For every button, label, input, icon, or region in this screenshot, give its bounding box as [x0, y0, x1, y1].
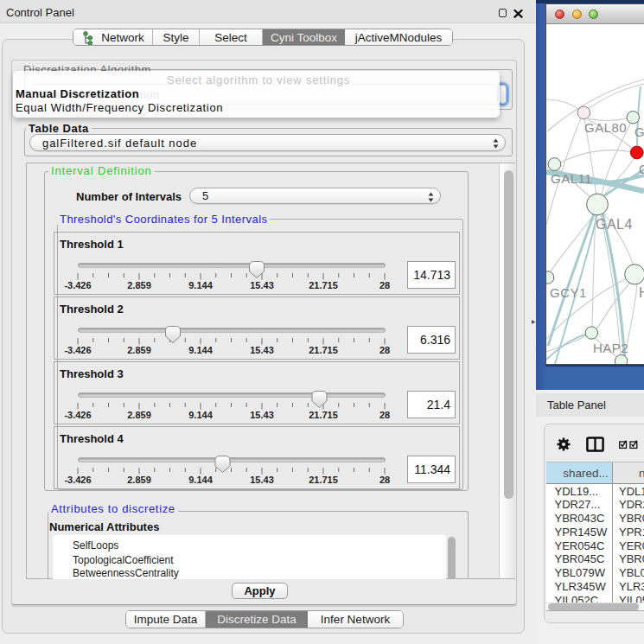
svg-text:GAL80: GAL80	[584, 120, 627, 135]
svg-text:2.859: 2.859	[127, 345, 151, 355]
svg-text:-3.426: -3.426	[64, 345, 91, 355]
svg-text:15.43: 15.43	[250, 345, 274, 355]
svg-text:2.859: 2.859	[127, 280, 151, 290]
svg-text:GAL4: GAL4	[596, 217, 633, 232]
svg-text:H: H	[639, 285, 644, 300]
svg-text:15.43: 15.43	[250, 280, 274, 290]
svg-text:21.715: 21.715	[309, 345, 338, 355]
svg-text:28: 28	[379, 410, 390, 420]
svg-text:C: C	[639, 162, 644, 176]
svg-text:-3.426: -3.426	[64, 280, 91, 290]
svg-text:15.43: 15.43	[250, 410, 274, 420]
svg-text:21.715: 21.715	[309, 475, 338, 485]
svg-text:GAL11: GAL11	[551, 171, 592, 186]
svg-text:2.859: 2.859	[127, 410, 151, 420]
svg-text:GCY1: GCY1	[550, 285, 587, 300]
svg-text:9.144: 9.144	[188, 475, 213, 485]
svg-text:28: 28	[379, 280, 390, 290]
svg-text:21.715: 21.715	[309, 280, 338, 290]
svg-text:2.859: 2.859	[127, 475, 151, 485]
svg-text:9.144: 9.144	[188, 345, 213, 355]
svg-text:9.144: 9.144	[188, 280, 213, 290]
svg-text:28: 28	[379, 475, 390, 485]
svg-text:GA: GA	[634, 124, 644, 139]
svg-text:28: 28	[379, 345, 390, 355]
svg-text:15.43: 15.43	[250, 475, 274, 485]
svg-text:-3.426: -3.426	[64, 475, 91, 485]
svg-text:-3.426: -3.426	[64, 410, 91, 420]
svg-text:9.144: 9.144	[188, 410, 213, 420]
svg-text:HAP2: HAP2	[593, 341, 628, 355]
svg-text:21.715: 21.715	[309, 410, 338, 420]
